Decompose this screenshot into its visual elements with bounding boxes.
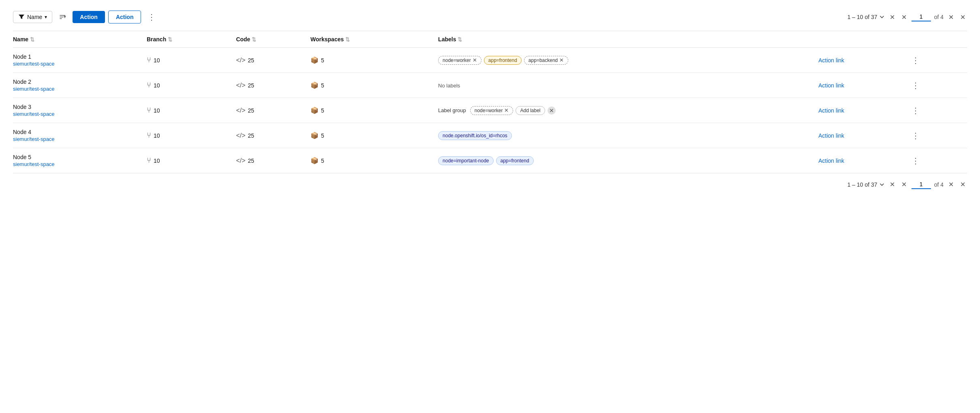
pagination-top-first-x[interactable]: ✕ — [888, 13, 897, 22]
cell-action-2: Action link — [818, 73, 908, 98]
pagination-bottom: 1 – 10 of 37 ✕ ✕ 1 of 4 ✕ ✕ — [847, 180, 967, 189]
pagination-bottom-first-x[interactable]: ✕ — [888, 180, 897, 189]
toolbar: Name ▾ Action Action ⋮ 1 – 10 of 37 — [13, 10, 967, 31]
cell-code-3: </> 25 — [236, 98, 310, 123]
cell-code-2: </> 25 — [236, 73, 310, 98]
row-more-button-4[interactable]: ⋮ — [908, 130, 923, 141]
sort-button[interactable] — [56, 11, 69, 23]
sort-icon — [59, 13, 66, 21]
filter-chevron-icon: ▾ — [45, 14, 47, 20]
cell-branch-5: ⑂ 10 — [147, 148, 236, 173]
row-more-button-5[interactable]: ⋮ — [908, 155, 923, 166]
col-header-branch: Branch ⇅ — [147, 31, 236, 48]
col-header-code: Code ⇅ — [236, 31, 310, 48]
pagination-bottom-page-input[interactable]: 1 — [912, 180, 931, 189]
workspace-icon-3: 📦 — [310, 106, 319, 114]
pagination-top-of-label: of 4 — [934, 14, 944, 20]
toolbar-more-button[interactable]: ⋮ — [144, 10, 159, 24]
cell-workspace-3: 📦 5 — [310, 98, 438, 123]
action-link-5[interactable]: Action link — [818, 158, 844, 164]
row-more-button-1[interactable]: ⋮ — [908, 55, 923, 66]
table-row: Node 2 siemur/test-space ⑂ 10 </> 25 — [13, 73, 967, 98]
action-primary-button[interactable]: Action — [73, 11, 105, 23]
node-link-2[interactable]: siemur/test-space — [13, 86, 140, 92]
label-tag-5-2: app=frontend — [496, 156, 534, 165]
node-link-5[interactable]: siemur/test-space — [13, 161, 140, 167]
cell-action-3: Action link — [818, 98, 908, 123]
cell-workspace-1: 📦 5 — [310, 48, 438, 73]
add-label-button-3[interactable]: Add label — [516, 106, 545, 115]
action-link-3[interactable]: Action link — [818, 107, 844, 114]
cell-workspace-4: 📦 5 — [310, 123, 438, 148]
cell-action-5: Action link — [818, 148, 908, 173]
pagination-top-prev-x[interactable]: ✕ — [900, 13, 908, 22]
cell-workspace-2: 📦 5 — [310, 73, 438, 98]
cell-name-1: Node 1 siemur/test-space — [13, 48, 147, 73]
bottom-bar: 1 – 10 of 37 ✕ ✕ 1 of 4 ✕ ✕ — [13, 173, 967, 192]
cell-labels-1: node=worker ✕ app=frontend app=backend ✕ — [438, 48, 818, 73]
filter-button[interactable]: Name ▾ — [13, 11, 52, 23]
pagination-top-next-x[interactable]: ✕ — [947, 13, 955, 22]
label-remove-1-3[interactable]: ✕ — [559, 57, 564, 63]
cell-labels-5: node=important-node app=frontend — [438, 148, 818, 173]
table-row: Node 5 siemur/test-space ⑂ 10 </> 25 — [13, 148, 967, 173]
workspace-icon-1: 📦 — [310, 56, 319, 64]
action-link-2[interactable]: Action link — [818, 82, 844, 89]
table-wrapper: Name ⇅ Branch ⇅ Code ⇅ — [13, 31, 967, 173]
pagination-bottom-range[interactable]: 1 – 10 of 37 — [847, 181, 885, 188]
pagination-top-page-input[interactable]: 1 — [912, 13, 931, 21]
row-more-button-2[interactable]: ⋮ — [908, 80, 923, 91]
cell-workspace-5: 📦 5 — [310, 148, 438, 173]
cell-more-2: ⋮ — [908, 73, 967, 98]
label-tag-5-1: node=important-node — [438, 156, 493, 165]
workspace-icon-2: 📦 — [310, 81, 319, 89]
label-remove-3-1[interactable]: ✕ — [504, 108, 509, 113]
cell-more-4: ⋮ — [908, 123, 967, 148]
branch-icon-2: ⑂ — [147, 81, 151, 89]
table-header-row: Name ⇅ Branch ⇅ Code ⇅ — [13, 31, 967, 48]
cell-name-2: Node 2 siemur/test-space — [13, 73, 147, 98]
pagination-top-last-x[interactable]: ✕ — [959, 13, 967, 22]
pagination-bottom-prev-x[interactable]: ✕ — [900, 180, 908, 189]
label-tag-1-3: app=backend ✕ — [524, 56, 568, 65]
main-table: Name ⇅ Branch ⇅ Code ⇅ — [13, 31, 967, 173]
branch-sort-icon[interactable]: ⇅ — [168, 37, 172, 42]
pagination-bottom-next-x[interactable]: ✕ — [947, 180, 955, 189]
branch-icon-4: ⑂ — [147, 131, 151, 140]
col-header-workspaces: Workspaces ⇅ — [310, 31, 438, 48]
code-sort-icon[interactable]: ⇅ — [252, 37, 256, 42]
cell-code-5: </> 25 — [236, 148, 310, 173]
pagination-top-range[interactable]: 1 – 10 of 37 — [847, 14, 885, 20]
node-link-3[interactable]: siemur/test-space — [13, 111, 140, 117]
pagination-bottom-of-label: of 4 — [934, 181, 944, 188]
pagination-bottom-last-x[interactable]: ✕ — [959, 180, 967, 189]
code-icon-5: </> — [236, 157, 245, 164]
cell-labels-2: No labels — [438, 73, 818, 98]
table-row: Node 3 siemur/test-space ⑂ 10 </> 25 — [13, 98, 967, 123]
action-link-1[interactable]: Action link — [818, 57, 844, 64]
cell-code-1: </> 25 — [236, 48, 310, 73]
workspaces-sort-icon[interactable]: ⇅ — [345, 37, 350, 42]
action-link-4[interactable]: Action link — [818, 132, 844, 139]
row-more-button-3[interactable]: ⋮ — [908, 105, 923, 116]
name-sort-icon[interactable]: ⇅ — [30, 37, 34, 42]
label-tag-3-1: node=worker ✕ — [470, 106, 514, 115]
label-tag-4-1: node.openshift.io/os_id=rhcos — [438, 131, 512, 140]
pagination-top: 1 – 10 of 37 ✕ ✕ 1 of 4 ✕ ✕ — [847, 13, 967, 22]
cell-name-5: Node 5 siemur/test-space — [13, 148, 147, 173]
code-icon-1: </> — [236, 57, 245, 64]
node-link-1[interactable]: siemur/test-space — [13, 61, 140, 67]
label-group-text-3: Label group — [438, 107, 466, 113]
remove-group-button-3[interactable]: ✕ — [548, 106, 556, 115]
filter-label: Name — [27, 14, 42, 20]
branch-icon-1: ⑂ — [147, 56, 151, 64]
col-header-labels: Labels ⇅ — [438, 31, 818, 48]
labels-sort-icon[interactable]: ⇅ — [458, 37, 462, 42]
node-link-4[interactable]: siemur/test-space — [13, 136, 140, 142]
pagination-bottom-chevron-icon — [879, 182, 885, 187]
cell-action-4: Action link — [818, 123, 908, 148]
cell-action-1: Action link — [818, 48, 908, 73]
label-remove-1-1[interactable]: ✕ — [473, 57, 477, 63]
code-icon-4: </> — [236, 132, 245, 139]
action-secondary-button[interactable]: Action — [108, 11, 141, 23]
